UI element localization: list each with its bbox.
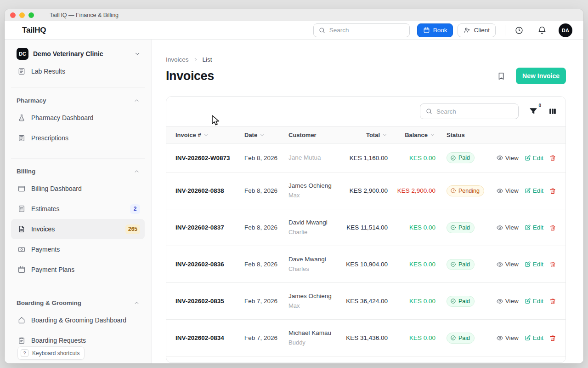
view-button[interactable]: View (496, 154, 519, 161)
invoice-balance: KES 0.00 (388, 155, 435, 161)
edit-button[interactable]: Edit (524, 224, 543, 231)
minimize-window-button[interactable] (19, 12, 25, 18)
delete-button[interactable] (549, 298, 556, 305)
sidebar-item-invoices[interactable]: Invoices 265 (11, 219, 145, 239)
breadcrumb-invoices[interactable]: Invoices (166, 56, 189, 63)
keyboard-shortcuts-button[interactable]: ? Keyboard shortcuts (17, 346, 85, 360)
invoice-number: INV-202602-0835 (175, 298, 244, 305)
status-label: Paid (458, 155, 470, 161)
new-invoice-button[interactable]: New Invoice (516, 68, 566, 84)
column-header-total[interactable]: Total (345, 132, 388, 138)
sidebar-item-prescriptions[interactable]: Prescriptions (11, 128, 145, 148)
delete-button[interactable] (549, 261, 556, 268)
breadcrumb: Invoices List (166, 56, 566, 63)
flask-icon (17, 114, 26, 122)
book-button[interactable]: Book (417, 23, 453, 37)
filter-button[interactable]: 0 (529, 107, 538, 116)
client-button[interactable]: Client (458, 23, 496, 37)
sidebar-item-label: Payments (31, 246, 60, 253)
table-search[interactable] (420, 104, 519, 119)
billing-dashboard-icon (17, 184, 26, 193)
sidebar-section-billing[interactable]: Billing (11, 158, 145, 178)
chevron-down-icon (134, 50, 141, 58)
pet-name: Buddy (288, 338, 345, 347)
invoice-balance: KES 0.00 (388, 224, 435, 231)
delete-button[interactable] (549, 334, 556, 342)
top-navbar: TailHQ Book Client DA (5, 21, 583, 40)
status-badge: Pending (447, 185, 484, 196)
column-header-balance[interactable]: Balance (388, 132, 435, 138)
check-circle-icon (450, 261, 456, 267)
delete-button[interactable] (549, 154, 556, 161)
edit-button[interactable]: Edit (524, 298, 543, 305)
row-actions: View Edit (494, 261, 556, 268)
column-header-customer: Customer (288, 132, 345, 138)
view-button[interactable]: View (496, 187, 519, 195)
status-label: Paid (458, 224, 470, 231)
sidebar-item-estimates[interactable]: Estimates 2 (11, 199, 145, 219)
sidebar-item-boarding-grooming-dashboard[interactable]: Boarding & Grooming Dashboard (11, 310, 145, 330)
row-actions: View Edit (494, 224, 556, 231)
zoom-window-button[interactable] (28, 12, 34, 18)
status-badge: Paid (447, 259, 475, 270)
home-icon (17, 316, 26, 324)
app-body: DC Demo Veterinary Clinic Lab Results Ph… (5, 40, 583, 363)
sidebar-item-pharmacy-dashboard[interactable]: Pharmacy Dashboard (11, 108, 145, 128)
sidebar-section-boarding-grooming[interactable]: Boarding & Grooming (11, 290, 145, 310)
status-badge: Paid (447, 296, 475, 307)
sidebar-item-lab-results[interactable]: Lab Results (11, 65, 145, 77)
invoice-total: KES 36,424.00 (345, 298, 388, 305)
invoice-table-body: INV-202602-W0873 Feb 8, 2026 Jane Mutua … (166, 144, 565, 356)
sidebar-section-label: Billing (17, 168, 35, 175)
edit-icon (524, 224, 531, 231)
invoices-card: 0 Invoice # Date Customer Total Balance (166, 96, 566, 363)
app-logo[interactable]: TailHQ (22, 26, 46, 35)
invoice-total: KES 11,514.00 (345, 224, 388, 231)
delete-button[interactable] (549, 187, 556, 195)
column-header-date[interactable]: Date (244, 132, 288, 138)
sidebar-item-label: Invoices (31, 225, 55, 233)
edit-icon (524, 155, 531, 161)
invoice-total: KES 31,436.00 (345, 334, 388, 341)
bookmark-icon[interactable] (497, 71, 506, 80)
edit-button[interactable]: Edit (524, 155, 543, 161)
columns-icon[interactable] (548, 107, 557, 116)
edit-button[interactable]: Edit (524, 261, 543, 268)
customer-cell: Jane Mutua (288, 153, 345, 163)
main-content: Invoices List Invoices New Invoice (152, 40, 583, 363)
sidebar-item-payment-plans[interactable]: Payment Plans (11, 259, 145, 280)
clinic-selector[interactable]: DC Demo Veterinary Clinic (11, 44, 145, 65)
sidebar-section-pharmacy[interactable]: Pharmacy (11, 87, 145, 108)
column-header-label: Total (366, 132, 380, 138)
view-button[interactable]: View (496, 334, 519, 342)
eye-icon (496, 334, 503, 342)
sort-chevron-icon (430, 132, 435, 138)
user-avatar[interactable]: DA (559, 23, 572, 37)
edit-icon (524, 261, 531, 268)
sidebar-item-payments[interactable]: Payments (11, 239, 145, 259)
global-search-input[interactable] (329, 27, 405, 34)
trash-icon (549, 298, 556, 305)
edit-button[interactable]: Edit (524, 187, 543, 194)
table-search-input[interactable] (436, 108, 513, 115)
clock-icon[interactable] (514, 26, 524, 35)
view-button[interactable]: View (496, 224, 519, 231)
column-header-invoice[interactable]: Invoice # (175, 132, 244, 138)
delete-button[interactable] (549, 224, 556, 231)
invoice-row: INV-202602-0835 Feb 7, 2026 James Ochien… (166, 283, 565, 320)
sort-chevron-icon (203, 132, 209, 138)
invoices-icon (17, 225, 26, 233)
column-header-label: Invoice # (175, 132, 201, 138)
edit-button[interactable]: Edit (524, 334, 543, 341)
sidebar-item-billing-dashboard[interactable]: Billing Dashboard (11, 178, 145, 199)
global-search[interactable] (313, 23, 410, 37)
status-label: Paid (458, 335, 470, 341)
trash-icon (549, 334, 556, 342)
view-button[interactable]: View (496, 298, 519, 305)
status-badge: Paid (447, 222, 475, 233)
view-button[interactable]: View (496, 261, 519, 268)
book-button-label: Book (433, 27, 447, 34)
close-window-button[interactable] (10, 12, 16, 18)
sidebar-item-label: Boarding & Grooming Dashboard (31, 316, 126, 324)
bell-icon[interactable] (537, 26, 547, 35)
